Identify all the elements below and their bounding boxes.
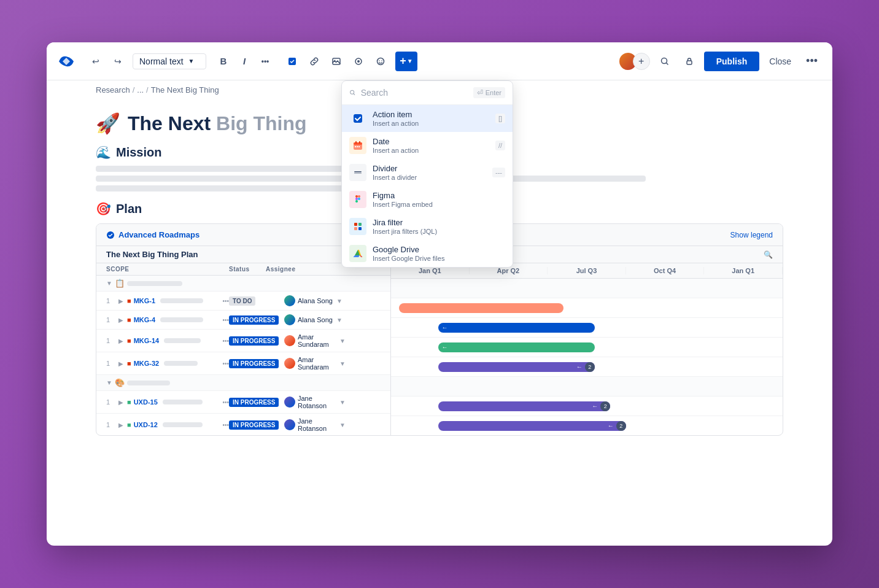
gantt-bar[interactable] bbox=[399, 303, 563, 313]
assignee-dropdown[interactable]: ▼ bbox=[336, 298, 343, 304]
assignee-avatar bbox=[284, 419, 295, 430]
table-row: 1 ▶ ■ UXD-15 ••• IN PROGRESS bbox=[96, 391, 390, 414]
issue-link[interactable]: UXD-12 bbox=[134, 421, 158, 428]
svg-point-4 bbox=[357, 60, 360, 63]
task-icon-button[interactable] bbox=[282, 52, 302, 71]
breadcrumb-sep1: / bbox=[133, 85, 135, 95]
issue-link[interactable]: MKG-4 bbox=[134, 316, 155, 323]
date-item-name: Date bbox=[373, 137, 489, 146]
plan-emoji: 🎯 bbox=[96, 201, 111, 216]
figma-item-name: Figma bbox=[373, 191, 505, 200]
scope-search-icon[interactable]: 🔍 bbox=[764, 250, 773, 259]
undo-redo-group: ↩ ↪ bbox=[86, 52, 128, 71]
lock-button[interactable] bbox=[680, 52, 699, 71]
google-drive-item-desc: Insert Google Drive files bbox=[373, 255, 505, 262]
row-scope: 1 ▶ ■ UXD-12 ••• bbox=[106, 421, 229, 428]
undo-button[interactable]: ↩ bbox=[86, 52, 106, 71]
chevron-down-icon: ▼ bbox=[188, 58, 195, 64]
bold-button[interactable]: B bbox=[214, 52, 233, 71]
svg-point-7 bbox=[381, 60, 382, 61]
gantt-row-6: ← 2 bbox=[391, 416, 783, 435]
dropdown-item-jira[interactable]: Jira filter Insert jira filters (JQL) bbox=[342, 213, 513, 240]
format-buttons: B I ••• bbox=[214, 52, 275, 71]
gantt-arrow: ← bbox=[604, 422, 615, 429]
emoji-icon-button[interactable] bbox=[371, 52, 390, 71]
gantt-rows: ← ← ← bbox=[391, 279, 783, 435]
row-more-button[interactable]: ••• bbox=[222, 360, 229, 367]
assignee-dropdown[interactable]: ▼ bbox=[339, 422, 346, 428]
dropdown-item-action[interactable]: Action item Insert an action [] bbox=[342, 105, 513, 132]
group-icon: 📋 bbox=[115, 279, 125, 288]
timeline-col-q1-jan2: Jan Q1 bbox=[704, 267, 783, 274]
issue-link[interactable]: UXD-15 bbox=[134, 398, 158, 406]
issue-link[interactable]: MKG-1 bbox=[134, 297, 155, 304]
assignee-dropdown[interactable]: ▼ bbox=[336, 317, 343, 323]
dropdown-search-bar: ⏎ Enter bbox=[342, 81, 513, 105]
status-badge: IN PROGRESS bbox=[229, 336, 279, 346]
row-assignee: Alana Song ▼ bbox=[284, 295, 346, 306]
show-legend-button[interactable]: Show legend bbox=[730, 231, 773, 239]
gantt-bar[interactable]: ← bbox=[438, 342, 595, 352]
date-item-desc: Insert an action bbox=[373, 147, 489, 154]
assignee-dropdown[interactable]: ▼ bbox=[339, 338, 346, 344]
text-format-selector[interactable]: Normal text ▼ bbox=[133, 53, 206, 69]
google-drive-icon bbox=[349, 245, 366, 262]
svg-rect-29 bbox=[358, 223, 362, 226]
row-icon: ■ bbox=[127, 337, 131, 344]
date-item-shortcut: // bbox=[495, 141, 505, 150]
dropdown-search-input[interactable] bbox=[361, 88, 468, 98]
publish-button[interactable]: Publish bbox=[704, 52, 760, 71]
insert-menu-button[interactable]: + ▼ bbox=[395, 52, 417, 71]
redo-button[interactable]: ↪ bbox=[108, 52, 128, 71]
gantt-bar[interactable]: ← 2 bbox=[438, 421, 626, 431]
svg-rect-30 bbox=[354, 227, 357, 230]
gantt-row-1 bbox=[391, 298, 783, 318]
svg-point-6 bbox=[379, 60, 380, 61]
dropdown-item-google-drive[interactable]: Google Drive Insert Google Drive files bbox=[342, 240, 513, 267]
italic-button[interactable]: I bbox=[234, 52, 254, 71]
dropdown-search-icon bbox=[349, 88, 356, 97]
dropdown-item-divider[interactable]: Divider Insert a divider --- bbox=[342, 159, 513, 186]
row-assignee: Jane Rotanson ▼ bbox=[284, 417, 346, 432]
close-button[interactable]: Close bbox=[764, 52, 796, 71]
gantt-bar[interactable]: ← 2 bbox=[438, 401, 611, 411]
row-more-button[interactable]: ••• bbox=[222, 338, 229, 344]
search-button[interactable] bbox=[655, 52, 675, 71]
add-collaborator-button[interactable]: + bbox=[633, 53, 650, 70]
row-scope: 1 ▶ ■ MKG-4 ••• bbox=[106, 316, 229, 323]
svg-rect-19 bbox=[357, 146, 358, 147]
status-badge: TO DO bbox=[229, 296, 255, 306]
link-icon-button[interactable] bbox=[304, 52, 324, 71]
roadmap-rows: 1 ▶ ■ MKG-1 ••• TO DO bbox=[96, 292, 390, 435]
dropdown-item-figma[interactable]: Figma Insert Figma embed bbox=[342, 186, 513, 213]
row-more-button[interactable]: ••• bbox=[222, 399, 229, 406]
issue-link[interactable]: MKG-32 bbox=[134, 360, 160, 367]
google-drive-item-name: Google Drive bbox=[373, 245, 505, 254]
mention-icon-button[interactable] bbox=[349, 52, 368, 71]
row-scope: 1 ▶ ■ MKG-1 ••• bbox=[106, 297, 229, 304]
table-row: 1 ▶ ■ MKG-1 ••• TO DO bbox=[96, 292, 390, 311]
row-icon: ■ bbox=[127, 297, 131, 304]
row-assignee: Amar Sundaram ▼ bbox=[284, 333, 346, 348]
more-options-button[interactable]: ••• bbox=[801, 52, 823, 70]
row-more-button[interactable]: ••• bbox=[222, 422, 229, 428]
issue-link[interactable]: MKG-14 bbox=[134, 337, 160, 344]
assignee-dropdown[interactable]: ▼ bbox=[339, 399, 346, 406]
assignee-dropdown[interactable]: ▼ bbox=[339, 360, 346, 367]
image-icon-button[interactable] bbox=[327, 52, 346, 71]
title-emoji: 🚀 bbox=[96, 112, 120, 135]
svg-point-5 bbox=[378, 58, 384, 64]
gantt-bar[interactable]: ← 2 bbox=[438, 362, 595, 372]
row-more-button[interactable]: ••• bbox=[222, 298, 229, 304]
svg-rect-9 bbox=[687, 61, 692, 64]
row-more-button[interactable]: ••• bbox=[222, 317, 229, 323]
group-collapse-icon[interactable]: ▼ bbox=[106, 280, 112, 287]
breadcrumb-research: Research bbox=[96, 85, 130, 95]
figma-item-text: Figma Insert Figma embed bbox=[373, 191, 505, 208]
dropdown-item-date[interactable]: Date Insert an action // bbox=[342, 132, 513, 159]
figma-item-desc: Insert Figma embed bbox=[373, 201, 505, 208]
row-status-assignee: IN PROGRESS bbox=[229, 359, 284, 368]
group-collapse-icon[interactable]: ▼ bbox=[106, 379, 112, 386]
gantt-bar[interactable]: ← bbox=[438, 323, 595, 333]
more-format-button[interactable]: ••• bbox=[255, 52, 275, 71]
